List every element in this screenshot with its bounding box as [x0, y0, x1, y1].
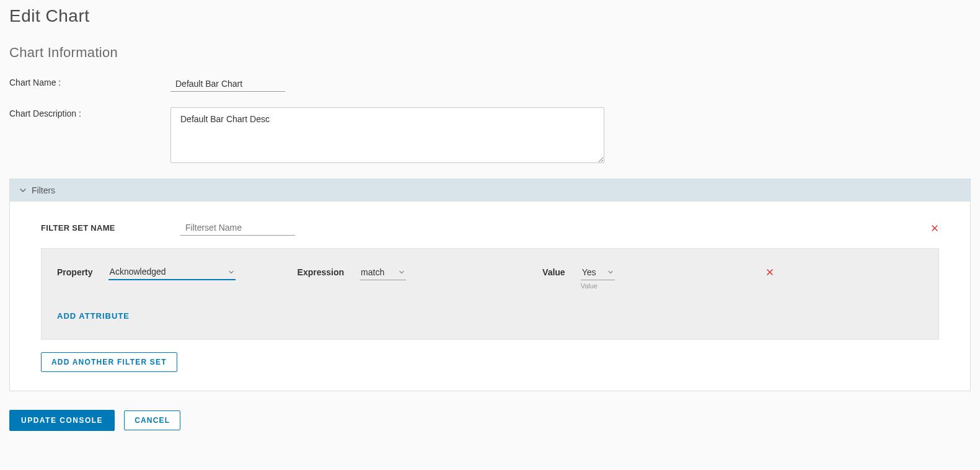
- chevron-down-icon: [19, 187, 27, 194]
- section-heading: Chart Information: [9, 45, 971, 61]
- property-select[interactable]: Acknowledged: [108, 264, 236, 280]
- property-group: Property Acknowledged: [57, 264, 236, 280]
- value-label: Value: [542, 267, 565, 277]
- filters-panel-header[interactable]: Filters: [10, 179, 970, 202]
- chart-description-label: Chart Description :: [9, 107, 170, 118]
- expression-select[interactable]: match: [360, 265, 406, 280]
- add-filter-set-button[interactable]: ADD ANOTHER FILTER SET: [41, 352, 177, 372]
- chart-name-row: Chart Name :: [9, 76, 971, 92]
- delete-attribute-row-button[interactable]: [766, 268, 774, 277]
- value-select[interactable]: Yes Value: [581, 265, 615, 280]
- expression-label: Expression: [298, 267, 344, 277]
- chart-name-label: Chart Name :: [9, 76, 170, 87]
- property-label: Property: [57, 267, 93, 277]
- filters-panel-title: Filters: [32, 185, 55, 195]
- expression-selected-value: match: [361, 267, 384, 277]
- filterset-name-label: FILTER SET NAME: [41, 223, 180, 233]
- attribute-row: Property Acknowledged Expression: [57, 264, 923, 280]
- chart-description-row: Chart Description : Default Bar Chart De…: [9, 107, 971, 163]
- chart-description-textarea[interactable]: Default Bar Chart Desc: [170, 107, 604, 163]
- update-console-button[interactable]: UPDATE CONSOLE: [9, 410, 115, 431]
- action-bar: UPDATE CONSOLE CANCEL: [9, 410, 971, 431]
- filters-panel: Filters FILTER SET NAME Property Acknowl…: [9, 179, 971, 391]
- delete-filterset-button[interactable]: [930, 224, 939, 233]
- close-icon: [930, 224, 939, 233]
- filterset-name-input[interactable]: [180, 220, 295, 236]
- value-helper-text: Value: [581, 282, 598, 290]
- value-selected-value: Yes: [582, 267, 596, 277]
- close-icon: [766, 268, 774, 277]
- filterset-name-row: FILTER SET NAME: [41, 220, 939, 236]
- expression-group: Expression match: [298, 265, 406, 280]
- cancel-button[interactable]: CANCEL: [124, 410, 180, 430]
- value-group: Value Yes Value: [542, 265, 615, 280]
- chart-name-input[interactable]: [170, 76, 285, 92]
- filters-panel-body: FILTER SET NAME Property Acknowledged: [10, 202, 970, 391]
- add-attribute-link[interactable]: ADD ATTRIBUTE: [57, 311, 130, 321]
- attribute-box: Property Acknowledged Expression: [41, 248, 939, 340]
- page-title: Edit Chart: [9, 6, 971, 26]
- property-selected-value: Acknowledged: [110, 267, 166, 277]
